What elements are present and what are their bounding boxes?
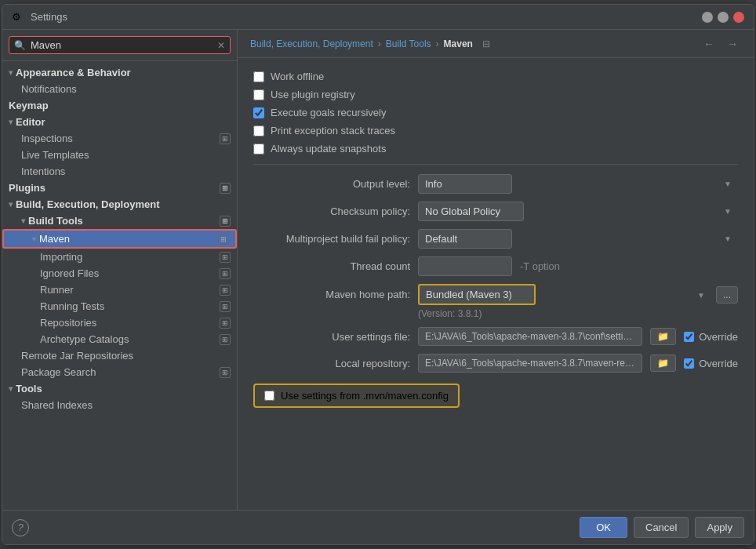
- execute-goals-label[interactable]: Execute goals recursively: [271, 107, 386, 118]
- close-button[interactable]: [733, 12, 744, 23]
- multiproject-fail-policy-select[interactable]: Default Fail Fast Fail Never: [418, 229, 512, 249]
- checkbox-use-plugin-registry: Use plugin registry: [253, 89, 738, 100]
- sidebar-item-tools[interactable]: ▾ Tools: [2, 380, 237, 397]
- breadcrumb-build-exec[interactable]: Build, Execution, Deployment: [250, 38, 373, 49]
- use-plugin-registry-checkbox[interactable]: [253, 89, 264, 100]
- ext-icon: ⊞: [220, 252, 231, 263]
- title-bar: ⚙ Settings: [2, 5, 754, 30]
- sidebar-item-importing[interactable]: Importing ⊞: [2, 249, 237, 265]
- maven-version-hint: (Version: 3.8.1): [418, 308, 738, 319]
- user-settings-override-checkbox[interactable]: [684, 332, 694, 342]
- sidebar-item-archetype-catalogs[interactable]: Archetype Catalogs ⊞: [2, 331, 237, 347]
- local-repository-browse-button[interactable]: 📁: [650, 354, 676, 372]
- apply-button[interactable]: Apply: [695, 517, 744, 538]
- sidebar-item-shared-indexes[interactable]: Shared Indexes: [2, 397, 237, 413]
- maven-home-select[interactable]: Bundled (Maven 3) Custom: [418, 284, 536, 305]
- sidebar-item-label: Package Search: [21, 366, 96, 378]
- user-settings-override-row: Override: [684, 331, 738, 343]
- user-settings-path: E:\JAVA\6_Tools\apache-maven-3.8.7\conf\…: [418, 327, 642, 346]
- sidebar-item-repositories[interactable]: Repositories ⊞: [2, 314, 237, 331]
- window-title: Settings: [31, 11, 702, 23]
- minimize-button[interactable]: [702, 12, 713, 23]
- chevron-down-icon: ▼: [724, 207, 732, 216]
- thread-count-row: Thread count -T option: [253, 256, 738, 276]
- main-panel: Build, Execution, Deployment › Build Too…: [238, 30, 754, 510]
- always-update-snapshots-label[interactable]: Always update snapshots: [271, 143, 386, 155]
- back-arrow[interactable]: ←: [700, 36, 718, 52]
- sidebar-item-intentions[interactable]: Intentions: [2, 163, 237, 180]
- local-repository-override-checkbox[interactable]: [684, 358, 694, 369]
- breadcrumb-nav: ← →: [700, 36, 741, 52]
- sidebar-item-package-search[interactable]: Package Search ⊞: [2, 364, 237, 380]
- sidebar-item-label: Keymap: [9, 100, 49, 111]
- sidebar-item-maven[interactable]: ▾ Maven ⊞: [2, 229, 237, 249]
- use-settings-config-label[interactable]: Use settings from .mvn/maven.config: [281, 390, 449, 402]
- sidebar-item-build-exec-deploy[interactable]: ▾ Build, Execution, Deployment: [2, 196, 237, 213]
- use-settings-config-container: Use settings from .mvn/maven.config: [253, 384, 738, 408]
- chevron-down-icon: ▼: [724, 235, 732, 243]
- help-button[interactable]: ?: [12, 519, 29, 536]
- thread-count-input[interactable]: [418, 256, 512, 276]
- settings-window: ⚙ Settings 🔍 ✕ ▾ Appe: [2, 4, 754, 545]
- sidebar-item-ignored-files[interactable]: Ignored Files ⊞: [2, 265, 237, 282]
- sidebar-item-notifications[interactable]: Notifications: [2, 81, 237, 97]
- maven-home-browse-button[interactable]: ...: [716, 286, 738, 304]
- breadcrumb-build-tools[interactable]: Build Tools: [386, 38, 431, 49]
- breadcrumb-sep-2: ›: [436, 38, 439, 49]
- use-settings-config-checkbox[interactable]: [264, 391, 274, 401]
- breadcrumb-maven: Maven: [444, 38, 473, 49]
- sidebar-item-keymap[interactable]: Keymap: [2, 97, 237, 114]
- cancel-button[interactable]: Cancel: [634, 517, 689, 538]
- forward-arrow[interactable]: →: [724, 36, 741, 52]
- checksum-policy-select[interactable]: No Global Policy Warn Fail: [418, 202, 524, 221]
- sidebar-item-plugins[interactable]: Plugins ⊞: [2, 180, 237, 196]
- settings-content: Work offline Use plugin registry Execute…: [238, 58, 754, 510]
- search-clear-icon[interactable]: ✕: [217, 40, 225, 51]
- sidebar-item-label: Maven: [39, 233, 70, 245]
- use-settings-config-row: Use settings from .mvn/maven.config: [253, 384, 460, 408]
- bottom-bar: ? OK Cancel Apply: [2, 510, 754, 544]
- sidebar-item-label: Repositories: [40, 317, 96, 329]
- sidebar-item-label: Tools: [16, 383, 42, 394]
- print-stack-traces-checkbox[interactable]: [253, 125, 264, 136]
- work-offline-checkbox[interactable]: [253, 71, 264, 82]
- thread-count-label: Thread count: [253, 260, 410, 272]
- sidebar-item-runner[interactable]: Runner ⊞: [2, 282, 237, 298]
- always-update-snapshots-checkbox[interactable]: [253, 144, 264, 155]
- sidebar-item-remote-jar-repos[interactable]: Remote Jar Repositories: [2, 347, 237, 364]
- ext-icon: ⊞: [220, 285, 231, 296]
- breadcrumb-bar: Build, Execution, Deployment › Build Too…: [238, 30, 754, 58]
- print-stack-traces-label[interactable]: Print exception stack traces: [271, 125, 395, 136]
- app-icon: ⚙: [12, 11, 24, 24]
- sidebar-item-running-tests[interactable]: Running Tests ⊞: [2, 298, 237, 314]
- execute-goals-checkbox[interactable]: [253, 107, 264, 118]
- multiproject-fail-policy-label: Multiproject build fail policy:: [253, 233, 410, 245]
- sidebar-item-build-tools[interactable]: ▾ Build Tools ⊞: [2, 213, 237, 229]
- sidebar-item-appearance[interactable]: ▾ Appearance & Behavior: [2, 64, 237, 81]
- use-plugin-registry-label[interactable]: Use plugin registry: [271, 89, 355, 100]
- output-level-select[interactable]: Info Debug Quiet: [418, 174, 512, 194]
- sidebar-item-editor[interactable]: ▾ Editor: [2, 114, 237, 130]
- ok-button[interactable]: OK: [580, 517, 627, 538]
- output-level-row: Output level: Info Debug Quiet ▼: [253, 174, 738, 194]
- user-settings-override-label[interactable]: Override: [699, 331, 738, 343]
- ext-icon: ⊞: [220, 318, 231, 329]
- work-offline-label[interactable]: Work offline: [271, 71, 324, 82]
- breadcrumb-sep-1: ›: [378, 38, 381, 49]
- chevron-down-icon: ▾: [21, 216, 25, 225]
- search-input[interactable]: [31, 39, 213, 51]
- chevron-down-icon: ▼: [724, 180, 732, 188]
- nav-tree: ▾ Appearance & Behavior Notifications Ke…: [2, 61, 237, 510]
- user-settings-browse-button[interactable]: 📁: [650, 328, 676, 345]
- local-repository-override-label[interactable]: Override: [699, 358, 738, 369]
- user-settings-label: User settings file:: [253, 331, 410, 343]
- sidebar-item-live-templates[interactable]: Live Templates: [2, 147, 237, 163]
- multiproject-fail-policy-select-wrapper: Default Fail Fast Fail Never ▼: [418, 229, 738, 249]
- divider-1: [253, 164, 738, 165]
- sidebar-item-inspections[interactable]: Inspections ⊞: [2, 130, 237, 147]
- sidebar-item-label: Importing: [40, 251, 82, 263]
- maximize-button[interactable]: [718, 12, 729, 23]
- checksum-policy-label: Checksum policy:: [253, 205, 410, 217]
- ext-icon: ⊞: [220, 183, 231, 194]
- chevron-down-icon: ▾: [9, 118, 13, 126]
